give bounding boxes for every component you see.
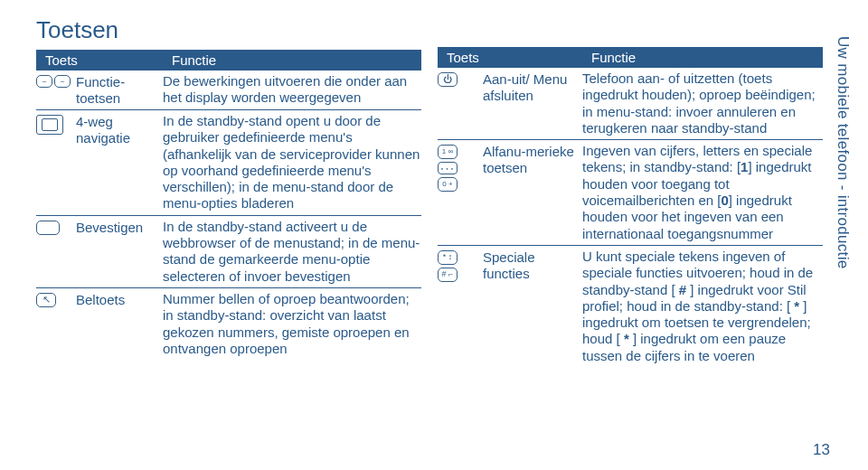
row-label: Functie-toetsen <box>76 73 163 107</box>
row-function: Ingeven van cijfers, letters en speciale… <box>582 143 823 242</box>
row-label: Speciale functies <box>483 249 582 282</box>
th-func: Functie <box>591 50 823 65</box>
table-header-right: Toets Functie <box>438 47 823 68</box>
side-tab-label: Uw mobiele telefoon - introductie <box>834 36 852 268</box>
power-key-icon: ⏻ <box>438 72 458 87</box>
zero-key-icon: 0 + <box>438 177 458 192</box>
table-row: ⏻ Aan-uit/ Menu afsluiten Telefoon aan- … <box>438 68 823 140</box>
row-function: Telefoon aan- of uitzetten (toets ingedr… <box>582 70 823 136</box>
row-function: U kunt speciale tekens ingeven of specia… <box>582 249 823 364</box>
table-row: − − Functie-toetsen De bewerkingen uitvo… <box>36 70 421 110</box>
table-row: 4-weg navigatie In de standby-stand open… <box>36 110 421 216</box>
one-key-icon: 1 ∞ <box>438 145 458 159</box>
hash-key-icon: # ⌐ <box>438 268 458 282</box>
star-key-icon: * ↕ <box>438 250 458 265</box>
table-row: 1 ∞ ● ● ● 0 + Alfanu-merieke toetsen Ing… <box>438 140 823 246</box>
row-label: Bevestigen <box>76 219 163 236</box>
table-header-left: Toets Functie <box>36 50 421 70</box>
page-number: 13 <box>813 441 830 459</box>
softkey-right-icon: − <box>54 75 71 88</box>
page-title: Toetsen <box>36 16 421 44</box>
row-function: In de standby-stand activeert u de webbr… <box>163 219 421 285</box>
keypad-dots-icon: ● ● ● <box>438 162 458 174</box>
th-func: Functie <box>172 52 421 68</box>
table-row: * ↕ # ⌐ Speciale functies U kunt special… <box>438 246 823 367</box>
softkey-left-icon: − <box>36 75 52 88</box>
row-function: De bewerkingen uitvoeren die onder aan h… <box>163 73 421 107</box>
th-key: Toets <box>45 52 172 68</box>
table-row: ↖ Beltoets Nummer bellen of oproep beant… <box>36 288 421 360</box>
table-row: Bevestigen In de standby-stand activeert… <box>36 216 421 288</box>
row-function: In de standby-stand opent u door de gebr… <box>163 113 421 212</box>
row-label: Alfanu-merieke toetsen <box>483 143 582 176</box>
confirm-key-icon <box>36 221 60 235</box>
call-key-icon: ↖ <box>36 293 56 307</box>
row-label: Aan-uit/ Menu afsluiten <box>483 70 582 104</box>
row-label: 4-weg navigatie <box>76 113 163 146</box>
nav-key-icon <box>36 115 63 135</box>
th-key: Toets <box>447 50 591 65</box>
row-label: Beltoets <box>76 291 163 308</box>
row-function: Nummer bellen of oproep beantwoorden; in… <box>163 291 421 357</box>
